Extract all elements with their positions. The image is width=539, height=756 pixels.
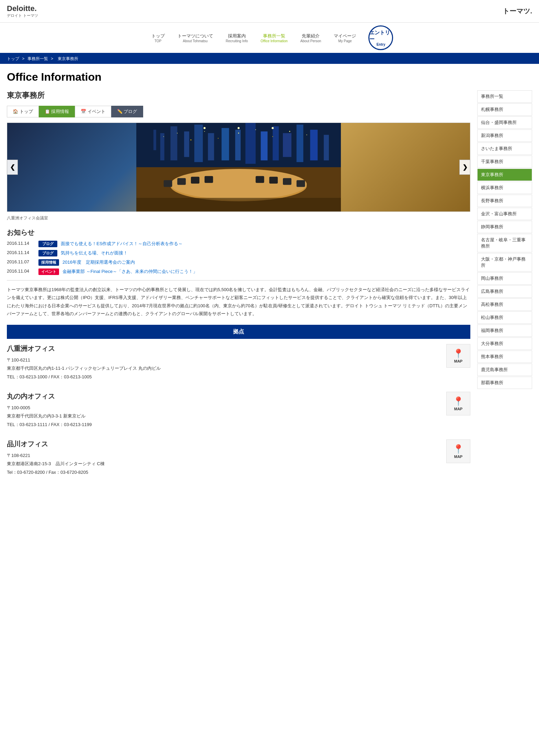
body-text: トーマツ東京事務所は1968年の監査法人の創立以来、トーマツの中心的事務所として…	[7, 286, 470, 318]
sidebar-item[interactable]: 大阪・京都・神戸事務所	[477, 253, 532, 272]
sidebar-item[interactable]: さいたま事務所	[477, 142, 532, 155]
news-item: 2016.11.14 ブログ 面接でも使える！ES作成アドバイス！～自己分析表を…	[7, 241, 470, 247]
location-header: 拠点	[7, 325, 470, 339]
news-list: 2016.11.14 ブログ 面接でも使える！ES作成アドバイス！～自己分析表を…	[7, 241, 470, 275]
svg-rect-32	[191, 177, 199, 184]
tab-recruit[interactable]: 📋 採用情報	[39, 106, 75, 117]
sidebar-item[interactable]: 金沢・富山事務所	[477, 208, 532, 220]
sidebar-item[interactable]: 熊本事務所	[477, 351, 532, 363]
news-badge: イベント	[38, 268, 59, 275]
news-link[interactable]: 金融事業部 ～Final Piece～「さあ、未来の仲間に会いに行こう！」	[62, 268, 197, 275]
carousel-next-button[interactable]: ❯	[459, 160, 470, 175]
logo-sub: デロイト トーマツ	[7, 13, 38, 18]
svg-point-40	[238, 127, 240, 129]
news-date: 2016.11.07	[7, 259, 35, 264]
nav-about[interactable]: トーマツについて About Tohmatsu	[172, 32, 219, 44]
news-link[interactable]: 気持ちを伝える場、それが面接！	[61, 250, 128, 256]
tab-event[interactable]: 📅 イベント	[75, 106, 111, 117]
main-layout: 東京事務所 🏠 トップ 📋 採用情報 📅 イベント ✏️ ブログ	[0, 87, 539, 491]
office-address: 〒100-6211 東京都千代田区丸の内1-11-1 パシフィックセンチュリープ…	[7, 356, 441, 381]
news-date: 2016.11.04	[7, 268, 35, 274]
svg-rect-31	[177, 178, 186, 185]
svg-rect-34	[256, 176, 264, 183]
breadcrumb: トップ > 事務所一覧 > 東京事務所	[0, 54, 539, 64]
news-item: 2016.11.07 採用情報 2016年度 定期採用選考会のご案内	[7, 259, 470, 266]
sidebar-item[interactable]: 那覇事務所	[477, 377, 532, 389]
news-badge: ブログ	[38, 241, 57, 247]
sidebar-item[interactable]: 広島事務所	[477, 285, 532, 298]
entry-button[interactable]: エントリー Entry	[368, 25, 393, 50]
news-link[interactable]: 面接でも使える！ES作成アドバイス！～自己分析表を作る～	[61, 241, 183, 247]
sidebar-item[interactable]: 岡山事務所	[477, 272, 532, 285]
map-button[interactable]: 📍 MAP	[446, 344, 470, 368]
sidebar-item[interactable]: 松山事務所	[477, 311, 532, 324]
office-info: 品川オフィス 〒108-6221 東京都港区港南2-15-3 品川インターシティ…	[7, 439, 441, 477]
page-title-area: Office Information	[0, 64, 539, 87]
svg-point-26	[306, 135, 307, 135]
sidebar-item[interactable]: 鹿児島事務所	[477, 364, 532, 376]
office-name: 品川オフィス	[7, 439, 441, 449]
sidebar-item[interactable]: 仙台・盛岡事務所	[477, 116, 532, 129]
office-title: 東京事務所	[7, 90, 470, 101]
nav-person[interactable]: 先輩紹介 About Person	[295, 32, 327, 44]
map-icon: 📍	[453, 396, 464, 407]
news-badge: ブログ	[38, 250, 57, 256]
office-address: 〒100-0005 東京都千代田区丸の内3-3-1 新東京ビル TEL：03-6…	[7, 404, 441, 429]
sidebar: 事務所一覧札幌事務所仙台・盛岡事務所新潟事務所さいたま事務所千葉事務所東京事務所…	[477, 90, 532, 487]
sidebar-item[interactable]: 新潟事務所	[477, 129, 532, 142]
svg-rect-8	[221, 128, 229, 160]
sidebar-item[interactable]: 長野事務所	[477, 195, 532, 207]
nav-top[interactable]: トップ TOP	[146, 32, 170, 44]
svg-rect-16	[324, 135, 329, 160]
svg-rect-2	[153, 130, 156, 150]
breadcrumb-office-list[interactable]: 事務所一覧	[27, 56, 48, 61]
news-badge: 採用情報	[38, 259, 59, 266]
svg-rect-3	[160, 133, 164, 160]
svg-point-24	[272, 136, 273, 137]
tab-top[interactable]: 🏠 トップ	[7, 106, 39, 117]
breadcrumb-home[interactable]: トップ	[7, 56, 19, 61]
sidebar-item[interactable]: 札幌事務所	[477, 103, 532, 116]
svg-rect-12	[273, 126, 279, 160]
sidebar-item[interactable]: 千葉事務所	[477, 156, 532, 168]
map-icon: 📍	[453, 348, 464, 359]
svg-rect-36	[283, 178, 291, 185]
svg-rect-5	[184, 131, 189, 157]
news-item: 2016.11.14 ブログ 気持ちを伝える場、それが面接！	[7, 250, 470, 256]
svg-point-17	[163, 136, 164, 137]
svg-rect-35	[269, 177, 278, 184]
nav-office[interactable]: 事務所一覧 Office Information	[255, 32, 293, 44]
sidebar-item[interactable]: 静岡事務所	[477, 221, 532, 233]
svg-rect-7	[208, 133, 214, 160]
sidebar-item[interactable]: 事務所一覧	[477, 90, 532, 103]
svg-rect-10	[245, 123, 256, 164]
notice-title: お知らせ	[7, 228, 470, 237]
svg-point-20	[204, 131, 205, 132]
breadcrumb-current: 東京事務所	[58, 56, 78, 61]
nav-mypage[interactable]: マイページ My Page	[328, 32, 362, 44]
svg-point-21	[218, 138, 218, 139]
svg-point-41	[272, 127, 274, 129]
sidebar-item[interactable]: 高松事務所	[477, 298, 532, 311]
svg-rect-38	[136, 198, 341, 211]
carousel-prev-button[interactable]: ❮	[7, 160, 18, 175]
svg-rect-14	[297, 125, 303, 162]
office-info: 丸の内オフィス 〒100-0005 東京都千代田区丸の内3-3-1 新東京ビル …	[7, 392, 441, 429]
map-button[interactable]: 📍 MAP	[446, 439, 470, 463]
sidebar-item[interactable]: 福岡事務所	[477, 324, 532, 337]
news-date: 2016.11.14	[7, 241, 35, 246]
tohmatsu-logo: トーマツ.	[503, 7, 532, 16]
sidebar-item[interactable]: 横浜事務所	[477, 182, 532, 194]
svg-point-23	[255, 129, 256, 130]
svg-rect-4	[171, 126, 177, 160]
sidebar-item[interactable]: 東京事務所	[477, 169, 532, 181]
office-block: 八重洲オフィス 〒100-6211 東京都千代田区丸の内1-11-1 パシフィッ…	[7, 344, 470, 381]
office-name: 丸の内オフィス	[7, 392, 441, 401]
map-button[interactable]: 📍 MAP	[446, 392, 470, 415]
sidebar-item[interactable]: 名古屋・岐阜・三重事務所	[477, 234, 532, 252]
svg-rect-9	[235, 130, 241, 160]
tab-blog[interactable]: ✏️ ブログ	[111, 106, 143, 117]
nav-recruit[interactable]: 採用案内 Recruiting Info	[220, 32, 253, 44]
sidebar-item[interactable]: 大分事務所	[477, 337, 532, 350]
news-link[interactable]: 2016年度 定期採用選考会のご案内	[62, 259, 135, 265]
